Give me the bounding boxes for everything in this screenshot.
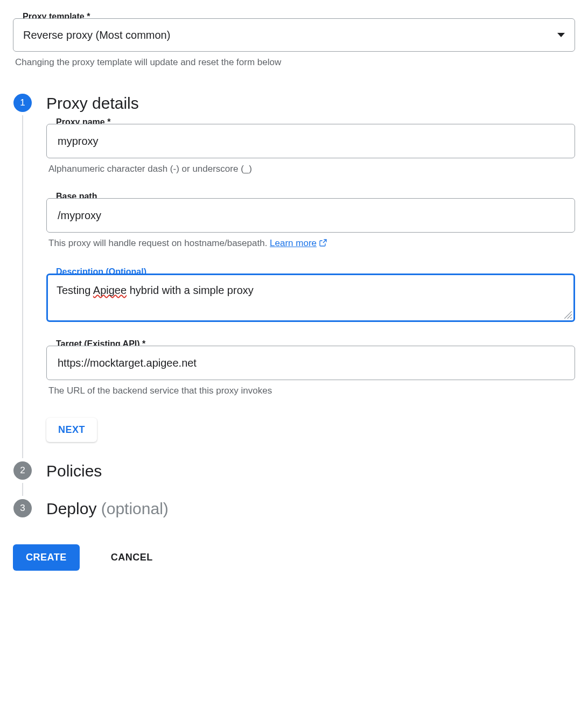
proxy-name-help: Alphanumeric character dash (-) or under… (48, 164, 573, 174)
learn-more-link[interactable]: Learn more (270, 238, 317, 248)
step-title-proxy-details: Proxy details (46, 94, 575, 113)
cancel-button[interactable]: CANCEL (107, 544, 157, 571)
step-connector (22, 483, 23, 496)
step-connector (22, 115, 23, 458)
description-field: Description (Optional) Testing Apigee hy… (46, 274, 575, 322)
footer-actions: CREATE CANCEL (13, 544, 575, 571)
proxy-template-help: Changing the proxy template will update … (15, 57, 573, 68)
target-help: The URL of the backend service that this… (48, 385, 573, 396)
description-textarea[interactable]: Testing Apigee hybrid with a simple prox… (57, 283, 565, 313)
step-number-1: 1 (13, 94, 32, 112)
create-button[interactable]: CREATE (13, 544, 80, 571)
stepper: 1 Proxy details Proxy name * Alphanumeri… (13, 94, 575, 518)
base-path-input[interactable] (57, 207, 565, 223)
base-path-field: Base path This proxy will handle request… (46, 198, 575, 250)
proxy-template-field: Proxy template * Reverse proxy (Most com… (13, 18, 575, 68)
step-number-3: 3 (13, 499, 32, 517)
target-field: Target (Existing API) * The URL of the b… (46, 346, 575, 396)
proxy-template-select[interactable]: Reverse proxy (Most common) (13, 18, 575, 52)
base-path-help: This proxy will handle request on hostna… (48, 238, 573, 250)
proxy-template-value: Reverse proxy (Most common) (23, 27, 170, 43)
chevron-down-icon (557, 33, 565, 37)
step-title-deploy[interactable]: Deploy (optional) (46, 499, 575, 518)
next-button[interactable]: NEXT (46, 418, 97, 442)
step-number-2: 2 (13, 461, 32, 480)
step-policies: 2 Policies (13, 461, 575, 499)
proxy-name-field: Proxy name * Alphanumeric character dash… (46, 124, 575, 174)
external-link-icon (319, 239, 327, 250)
step-proxy-details: 1 Proxy details Proxy name * Alphanumeri… (13, 94, 575, 461)
step-deploy: 3 Deploy (optional) (13, 499, 575, 518)
target-input[interactable] (57, 355, 565, 371)
step-title-policies[interactable]: Policies (46, 461, 575, 481)
proxy-name-input[interactable] (57, 133, 565, 149)
resize-handle-icon[interactable] (564, 311, 572, 319)
